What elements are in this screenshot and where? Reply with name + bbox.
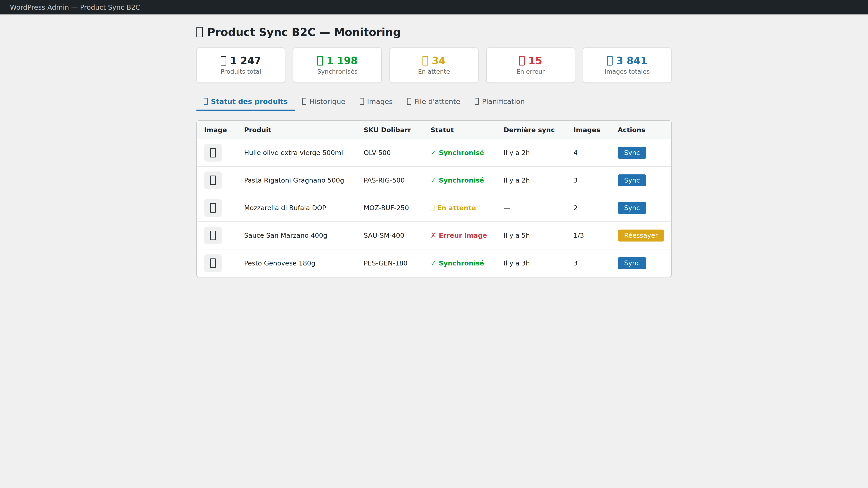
tab-schedule[interactable]: Planification [467,94,532,111]
stat-label: En attente [418,68,450,74]
image-count: 1/3 [566,222,611,249]
product-sku: PAS-RIG-500 [356,166,423,194]
sync-icon [196,27,203,37]
stat-number: 3 841 [616,56,647,66]
status-badge: ✓Synchronisé [431,259,496,267]
image-count: 3 [566,166,611,194]
status-text: Erreur image [439,232,487,239]
table-row: Sauce San Marzano 400g SAU-SM-400 ✗Erreu… [197,222,671,249]
tab-label: Images [367,97,393,105]
product-name: Sauce San Marzano 400g [237,222,356,249]
chart-icon [204,98,208,105]
image-count: 2 [566,194,611,222]
retry-button[interactable]: Réessayer [618,230,664,241]
stat-card-synced: 1 198 Synchronisés [293,47,382,83]
product-thumbnail-icon [210,175,216,185]
stat-card-errors: 15 En erreur [486,47,575,83]
product-thumbnail [204,227,222,244]
product-sku: PES-GEN-180 [356,249,423,277]
stat-label: Images totales [604,68,650,74]
stat-number: 15 [528,56,542,66]
product-name: Huile olive extra vierge 500ml [237,139,356,166]
tab-queue[interactable]: File d'attente [400,94,467,111]
stat-card-pending: 34 En attente [390,47,478,83]
status-text: En attente [437,204,476,212]
status-text: Synchronisé [439,259,484,267]
product-thumbnail [204,254,222,272]
status-badge: ✓Synchronisé [431,176,496,184]
page-title: Product Sync B2C — Monitoring [196,26,672,38]
table-row: Pesto Genovese 180g PES-GEN-180 ✓Synchro… [197,249,671,277]
status-badge: En attente [431,204,496,212]
stat-value: 1 247 [221,56,261,66]
status-badge: ✓Synchronisé [431,149,496,157]
products-table: Image Produit SKU Dolibarr Statut Derniè… [197,121,671,277]
product-sku: OLV-500 [356,139,423,166]
calendar-icon [475,98,479,105]
sync-button[interactable]: Sync [618,174,646,186]
sync-button[interactable]: Sync [618,257,646,269]
image-icon [360,98,364,105]
product-thumbnail-icon [210,148,216,158]
stat-value: 15 [519,56,542,66]
sync-button[interactable]: Sync [618,147,646,159]
product-sku: SAU-SM-400 [356,222,423,249]
stat-value: 34 [423,56,446,66]
stat-number: 1 247 [230,56,261,66]
tab-label: Historique [309,97,345,105]
admin-bar: WordPress Admin — Product Sync B2C [0,0,868,14]
tab-bar: Statut des produits Historique Images Fi… [196,94,672,111]
col-header-sku: SKU Dolibarr [356,121,423,139]
admin-bar-title: WordPress Admin — Product Sync B2C [10,3,140,11]
table-header-row: Image Produit SKU Dolibarr Statut Derniè… [197,121,671,139]
product-thumbnail [204,199,222,217]
tab-label: File d'attente [414,97,460,105]
status-text: Synchronisé [439,176,484,184]
product-name: Pesto Genovese 180g [237,249,356,277]
table-row: Mozzarella di Bufala DOP MOZ-BUF-250 En … [197,194,671,222]
col-header-status: Statut [423,121,496,139]
product-sku: MOZ-BUF-250 [356,194,423,222]
images-icon [607,56,613,66]
col-header-actions: Actions [611,121,671,139]
status-badge: ✗Erreur image [431,232,496,239]
stat-label: Produits total [221,68,261,74]
last-sync: Il y a 2h [496,139,566,166]
hourglass-icon [431,205,434,211]
status-text: Synchronisé [439,149,484,157]
table-row: Huile olive extra vierge 500ml OLV-500 ✓… [197,139,671,166]
last-sync: Il y a 3h [496,249,566,277]
stat-label: En erreur [517,68,545,74]
tab-label: Statut des produits [211,97,288,105]
col-header-images: Images [566,121,611,139]
tab-product-status[interactable]: Statut des produits [196,94,295,111]
last-sync: Il y a 2h [496,166,566,194]
product-thumbnail-icon [210,203,216,213]
stat-label: Synchronisés [317,68,358,74]
check-icon: ✓ [431,149,436,157]
tab-label: Planification [482,97,525,105]
product-thumbnail-icon [210,258,216,268]
product-name: Mozzarella di Bufala DOP [237,194,356,222]
products-icon [221,56,226,66]
main-content: Product Sync B2C — Monitoring 1 247 Prod… [196,26,672,277]
product-thumbnail [204,144,222,162]
sync-button[interactable]: Sync [618,202,646,214]
product-thumbnail [204,171,222,189]
product-name: Pasta Rigatoni Gragnano 500g [237,166,356,194]
stats-row: 1 247 Produits total 1 198 Synchronisés … [196,47,672,83]
products-table-card: Image Produit SKU Dolibarr Statut Derniè… [196,121,672,277]
col-header-last-sync: Dernière sync [496,121,566,139]
stat-number: 34 [432,56,445,66]
stat-value: 3 841 [607,56,647,66]
last-sync: — [496,194,566,222]
cross-icon: ✗ [431,232,436,239]
synced-icon [317,56,323,66]
pending-icon [423,56,428,66]
tab-history[interactable]: Historique [295,94,352,111]
queue-icon [407,98,411,105]
image-count: 3 [566,249,611,277]
page-title-text: Product Sync B2C — Monitoring [207,26,401,38]
tab-images[interactable]: Images [352,94,400,111]
last-sync: Il y a 5h [496,222,566,249]
